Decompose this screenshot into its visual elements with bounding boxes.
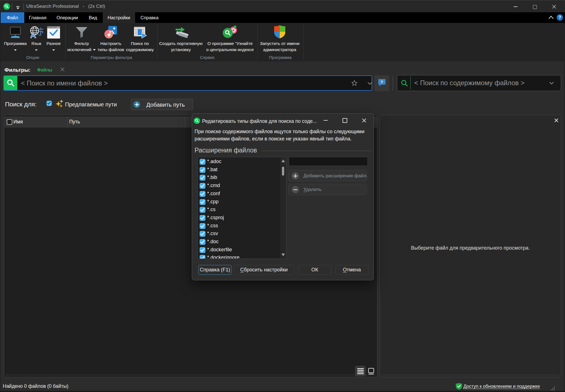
svg-text:?: ?	[380, 80, 383, 84]
svg-text:A: A	[30, 30, 36, 39]
